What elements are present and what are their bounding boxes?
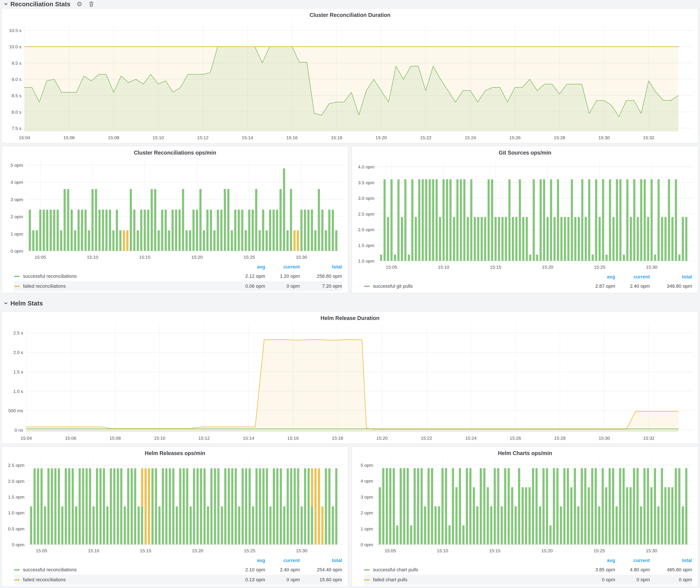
svg-text:15:28: 15:28 <box>554 135 565 140</box>
svg-text:15:30: 15:30 <box>296 255 307 260</box>
legend-series-label[interactable]: successful git pulls <box>373 283 413 289</box>
svg-text:3 opm: 3 opm <box>361 494 373 499</box>
svg-text:15:08: 15:08 <box>110 436 121 441</box>
panel-title[interactable]: Cluster Reconciliation Duration <box>2 8 698 19</box>
legend-col-total[interactable]: total <box>650 558 692 563</box>
svg-text:15:04: 15:04 <box>19 135 30 140</box>
series-color-dash <box>364 286 370 287</box>
panel-title[interactable]: Helm Releases ops/min <box>2 447 348 457</box>
series-color-dash <box>14 286 20 287</box>
legend-col-current[interactable]: current <box>615 558 650 563</box>
svg-text:10.5 s: 10.5 s <box>9 28 21 33</box>
svg-text:15:30: 15:30 <box>646 548 657 553</box>
chevron-down-icon[interactable] <box>3 301 8 306</box>
svg-text:15:25: 15:25 <box>594 548 605 553</box>
legend-row: successful reconciliations 2.12 opm 1.20… <box>14 271 342 281</box>
svg-text:15:20: 15:20 <box>192 548 203 553</box>
legend-current-value: 0 opm <box>265 577 300 583</box>
helm-releases-chart[interactable]: 15:0515:1015:1515:2015:2515:300 opm0.5 o… <box>2 457 348 556</box>
legend-series-label[interactable]: failed reconciliations <box>23 577 66 583</box>
section-header-helm-stats: Helm Stats <box>0 298 700 308</box>
gear-icon[interactable]: ⚙ <box>76 1 82 7</box>
svg-text:4.0 opm: 4.0 opm <box>358 164 374 169</box>
svg-text:15:26: 15:26 <box>510 436 521 441</box>
svg-text:15:15: 15:15 <box>490 265 501 270</box>
legend-current-value: 4.80 opm <box>615 567 650 573</box>
svg-text:9.0 s: 9.0 s <box>11 77 21 82</box>
legend-row: successful reconciliations 2.10 opm 2.40… <box>14 565 342 575</box>
svg-text:15:06: 15:06 <box>65 436 76 441</box>
panel-title[interactable]: Git Sources ops/min <box>352 146 698 156</box>
svg-text:15:32: 15:32 <box>643 135 655 140</box>
legend-col-current[interactable]: current <box>615 274 650 280</box>
svg-text:15:05: 15:05 <box>36 548 47 553</box>
legend-current-value: 0 opm <box>615 577 650 583</box>
svg-text:1.0 opm: 1.0 opm <box>8 510 24 515</box>
svg-text:0 opm: 0 opm <box>12 542 24 547</box>
svg-text:15:12: 15:12 <box>197 135 209 140</box>
legend-header-row: avg current total <box>364 556 692 565</box>
legend-col-total[interactable]: total <box>300 558 342 563</box>
svg-text:15:18: 15:18 <box>331 135 342 140</box>
legend-git-sources: avg current total successful git pulls 2… <box>352 273 698 293</box>
svg-text:2.5 opm: 2.5 opm <box>8 463 24 468</box>
svg-text:15:10: 15:10 <box>88 548 99 553</box>
helm-release-duration-chart[interactable]: 15:0415:0615:0815:1015:1215:1415:1615:18… <box>2 322 698 444</box>
series-color-dash <box>364 579 370 580</box>
svg-text:15:24: 15:24 <box>465 436 477 441</box>
legend-col-avg[interactable]: avg <box>227 558 265 563</box>
svg-text:1.5 s: 1.5 s <box>13 369 23 374</box>
legend-col-total[interactable]: total <box>650 274 692 280</box>
legend-series-label[interactable]: failed reconciliations <box>23 283 66 289</box>
svg-text:15:10: 15:10 <box>438 265 449 270</box>
legend-row: failed chart pulls 0 opm 0 opm 0 opm <box>364 575 692 585</box>
svg-text:1.0 s: 1.0 s <box>13 389 23 394</box>
svg-text:1 opm: 1 opm <box>11 231 23 236</box>
svg-text:2.5 opm: 2.5 opm <box>358 212 374 216</box>
svg-text:1.0 opm: 1.0 opm <box>358 258 374 263</box>
helm-charts-chart[interactable]: 15:0515:1015:1515:2015:2515:300 opm1 opm… <box>352 457 698 556</box>
legend-col-avg[interactable]: avg <box>577 274 615 280</box>
panel-title[interactable]: Helm Release Duration <box>2 312 698 322</box>
legend-series-label[interactable]: successful reconciliations <box>23 273 77 279</box>
panel-cluster-reconciliation-duration: Cluster Reconciliation Duration 15:0415:… <box>2 8 698 143</box>
svg-text:2.5 s: 2.5 s <box>13 330 23 335</box>
svg-text:8.5 s: 8.5 s <box>11 93 21 98</box>
legend-avg-value: 2.12 opm <box>227 273 265 279</box>
panel-title[interactable]: Helm Charts ops/min <box>352 447 698 457</box>
svg-text:15:15: 15:15 <box>140 548 151 553</box>
section-title[interactable]: Reconciliation Stats <box>10 1 70 8</box>
legend-series-label[interactable]: failed chart pulls <box>373 577 407 583</box>
svg-text:15:22: 15:22 <box>420 135 432 140</box>
svg-text:15:14: 15:14 <box>243 436 254 441</box>
legend-col-total[interactable]: total <box>300 264 342 270</box>
trash-icon[interactable] <box>88 1 94 7</box>
svg-text:15:10: 15:10 <box>87 255 98 260</box>
svg-text:0 opm: 0 opm <box>361 542 373 547</box>
legend-series-label[interactable]: successful chart pulls <box>373 567 418 573</box>
svg-text:15:32: 15:32 <box>643 436 655 441</box>
svg-text:15:15: 15:15 <box>139 255 151 260</box>
svg-text:15:30: 15:30 <box>296 548 307 553</box>
git-sources-chart[interactable]: 15:0515:1015:1515:2015:2515:301.0 opm1.5… <box>352 156 698 273</box>
svg-text:1.5 opm: 1.5 opm <box>358 243 374 248</box>
legend-current-value: 1.20 opm <box>265 273 300 279</box>
legend-current-value: 0 opm <box>265 283 300 289</box>
cluster-reconciliations-chart[interactable]: 15:0515:1015:1515:2015:2515:300 opm1 opm… <box>2 156 348 263</box>
panel-title[interactable]: Cluster Reconciliations ops/min <box>2 146 348 156</box>
svg-text:0 opm: 0 opm <box>11 249 23 254</box>
legend-series-label[interactable]: successful reconciliations <box>23 567 77 573</box>
legend-current-value: 2.40 opm <box>615 283 650 289</box>
svg-text:15:16: 15:16 <box>286 135 298 140</box>
svg-text:10.0 s: 10.0 s <box>9 44 21 49</box>
section-title[interactable]: Helm Stats <box>10 300 43 307</box>
svg-text:15:18: 15:18 <box>332 436 343 441</box>
cluster-reconciliation-duration-chart[interactable]: 15:0415:0615:0815:1015:1215:1415:1615:18… <box>2 19 698 143</box>
legend-col-avg[interactable]: avg <box>227 264 265 270</box>
legend-total-value: 15.60 opm <box>300 577 342 583</box>
legend-col-current[interactable]: current <box>265 264 300 270</box>
legend-col-avg[interactable]: avg <box>577 558 615 563</box>
legend-col-current[interactable]: current <box>265 558 300 563</box>
panel-helm-releases-opm: Helm Releases ops/min 15:0515:1015:1515:… <box>2 446 348 587</box>
chevron-down-icon[interactable] <box>3 2 8 6</box>
